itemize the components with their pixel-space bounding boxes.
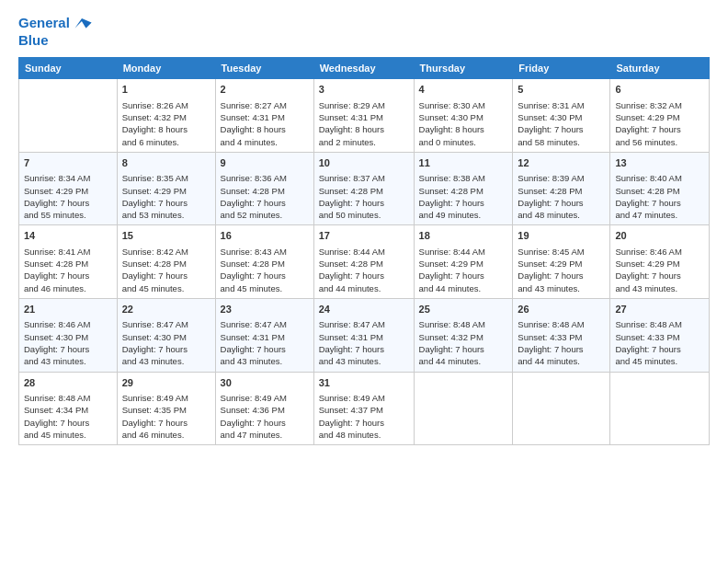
day-info-line: Daylight: 7 hours bbox=[319, 343, 409, 355]
day-info-line: and 44 minutes. bbox=[319, 282, 409, 294]
calendar-cell: 4Sunrise: 8:30 AMSunset: 4:30 PMDaylight… bbox=[414, 79, 513, 153]
day-number: 30 bbox=[221, 376, 309, 390]
day-info-line: and 46 minutes. bbox=[122, 429, 210, 441]
calendar-cell: 25Sunrise: 8:48 AMSunset: 4:32 PMDayligh… bbox=[414, 299, 513, 373]
day-info-line: Sunset: 4:30 PM bbox=[419, 111, 508, 123]
calendar-cell: 11Sunrise: 8:38 AMSunset: 4:28 PMDayligh… bbox=[414, 152, 513, 225]
week-row-5: 28Sunrise: 8:48 AMSunset: 4:34 PMDayligh… bbox=[19, 372, 710, 445]
calendar-cell: 7Sunrise: 8:34 AMSunset: 4:29 PMDaylight… bbox=[19, 152, 118, 225]
calendar-cell: 28Sunrise: 8:48 AMSunset: 4:34 PMDayligh… bbox=[19, 372, 118, 445]
day-number: 21 bbox=[24, 303, 112, 316]
day-info-line: Sunrise: 8:41 AM bbox=[24, 246, 112, 258]
day-number: 2 bbox=[221, 83, 309, 97]
day-info-line: Sunset: 4:30 PM bbox=[122, 331, 210, 343]
day-number: 3 bbox=[319, 83, 409, 97]
day-info-line: Sunrise: 8:39 AM bbox=[518, 172, 605, 184]
day-info-line: Sunrise: 8:40 AM bbox=[615, 172, 704, 184]
column-header-sunday: Sunday bbox=[19, 58, 118, 79]
day-info-line: Sunrise: 8:48 AM bbox=[419, 318, 508, 330]
calendar-table: SundayMondayTuesdayWednesdayThursdayFrid… bbox=[18, 57, 710, 445]
day-number: 15 bbox=[122, 229, 210, 243]
calendar-cell: 27Sunrise: 8:48 AMSunset: 4:33 PMDayligh… bbox=[610, 299, 710, 373]
day-info-line: Sunset: 4:29 PM bbox=[615, 111, 704, 123]
column-header-monday: Monday bbox=[117, 58, 215, 79]
logo-text: General bbox=[18, 15, 92, 32]
calendar-cell: 24Sunrise: 8:47 AMSunset: 4:31 PMDayligh… bbox=[313, 299, 414, 373]
day-info-line: Daylight: 8 hours bbox=[319, 123, 409, 135]
day-info-line: and 45 minutes. bbox=[221, 282, 309, 294]
day-info-line: Sunset: 4:29 PM bbox=[615, 258, 704, 270]
day-number: 17 bbox=[319, 229, 409, 243]
day-number: 7 bbox=[24, 156, 112, 170]
day-info-line: Sunrise: 8:47 AM bbox=[221, 318, 309, 330]
day-info-line: Sunrise: 8:46 AM bbox=[24, 318, 112, 330]
calendar-cell: 16Sunrise: 8:43 AMSunset: 4:28 PMDayligh… bbox=[215, 225, 313, 299]
day-info-line: and 48 minutes. bbox=[319, 429, 409, 441]
day-info-line: and 48 minutes. bbox=[518, 209, 605, 221]
day-info-line: Sunset: 4:29 PM bbox=[419, 258, 508, 270]
day-info-line: and 2 minutes. bbox=[319, 136, 409, 148]
day-info-line: Daylight: 7 hours bbox=[518, 270, 605, 282]
day-info-line: Daylight: 7 hours bbox=[122, 197, 210, 209]
day-number: 26 bbox=[518, 303, 605, 316]
day-info-line: Sunrise: 8:44 AM bbox=[319, 246, 409, 258]
column-header-saturday: Saturday bbox=[610, 58, 710, 79]
day-number: 20 bbox=[615, 229, 704, 243]
day-info-line: Daylight: 7 hours bbox=[615, 123, 704, 135]
day-info-line: Daylight: 7 hours bbox=[24, 343, 112, 355]
calendar-cell: 5Sunrise: 8:31 AMSunset: 4:30 PMDaylight… bbox=[513, 79, 610, 153]
calendar-cell: 15Sunrise: 8:42 AMSunset: 4:28 PMDayligh… bbox=[117, 225, 215, 299]
day-number: 9 bbox=[221, 156, 309, 170]
week-row-4: 21Sunrise: 8:46 AMSunset: 4:30 PMDayligh… bbox=[19, 299, 710, 373]
day-info-line: and 43 minutes. bbox=[24, 355, 112, 367]
day-info-line: Sunset: 4:32 PM bbox=[419, 331, 508, 343]
day-info-line: Sunset: 4:28 PM bbox=[518, 185, 605, 197]
day-info-line: Sunrise: 8:44 AM bbox=[419, 246, 508, 258]
day-info-line: Daylight: 7 hours bbox=[518, 123, 605, 135]
calendar-cell: 13Sunrise: 8:40 AMSunset: 4:28 PMDayligh… bbox=[610, 152, 710, 225]
day-info-line: Sunset: 4:29 PM bbox=[518, 258, 605, 270]
day-info-line: and 52 minutes. bbox=[221, 209, 309, 221]
calendar-cell bbox=[414, 372, 513, 445]
day-info-line: and 43 minutes. bbox=[615, 282, 704, 294]
day-info-line: Daylight: 7 hours bbox=[615, 343, 704, 355]
logo-blue: Blue bbox=[18, 32, 92, 48]
calendar-cell: 21Sunrise: 8:46 AMSunset: 4:30 PMDayligh… bbox=[19, 299, 118, 373]
day-info-line: Sunset: 4:28 PM bbox=[319, 258, 409, 270]
logo-bird-icon bbox=[72, 16, 92, 32]
day-info-line: and 56 minutes. bbox=[615, 136, 704, 148]
day-info-line: Sunrise: 8:34 AM bbox=[24, 172, 112, 184]
day-info-line: Daylight: 7 hours bbox=[518, 343, 605, 355]
day-info-line: Daylight: 7 hours bbox=[221, 270, 309, 282]
day-info-line: Sunset: 4:28 PM bbox=[221, 258, 309, 270]
day-info-line: Sunset: 4:28 PM bbox=[122, 258, 210, 270]
day-info-line: Sunrise: 8:31 AM bbox=[518, 99, 605, 111]
day-info-line: Sunset: 4:28 PM bbox=[615, 185, 704, 197]
day-number: 28 bbox=[24, 376, 112, 390]
calendar-cell: 19Sunrise: 8:45 AMSunset: 4:29 PMDayligh… bbox=[513, 225, 610, 299]
day-info-line: Sunrise: 8:49 AM bbox=[221, 392, 309, 404]
day-info-line: Daylight: 7 hours bbox=[122, 343, 210, 355]
day-info-line: and 50 minutes. bbox=[319, 209, 409, 221]
day-info-line: Daylight: 7 hours bbox=[24, 417, 112, 429]
day-info-line: Sunset: 4:28 PM bbox=[24, 258, 112, 270]
calendar-cell: 20Sunrise: 8:46 AMSunset: 4:29 PMDayligh… bbox=[610, 225, 710, 299]
calendar-cell: 17Sunrise: 8:44 AMSunset: 4:28 PMDayligh… bbox=[313, 225, 414, 299]
day-info-line: Daylight: 7 hours bbox=[122, 417, 210, 429]
day-info-line: Sunset: 4:32 PM bbox=[122, 111, 210, 123]
day-info-line: Sunrise: 8:35 AM bbox=[122, 172, 210, 184]
day-info-line: and 53 minutes. bbox=[122, 209, 210, 221]
day-info-line: Sunset: 4:35 PM bbox=[122, 404, 210, 416]
day-info-line: Sunrise: 8:30 AM bbox=[419, 99, 508, 111]
day-info-line: Daylight: 7 hours bbox=[615, 270, 704, 282]
day-info-line: Sunset: 4:33 PM bbox=[615, 331, 704, 343]
day-number: 4 bbox=[419, 83, 508, 97]
column-header-thursday: Thursday bbox=[414, 58, 513, 79]
day-info-line: Sunrise: 8:36 AM bbox=[221, 172, 309, 184]
day-info-line: Sunset: 4:31 PM bbox=[221, 331, 309, 343]
day-number: 24 bbox=[319, 303, 409, 316]
day-info-line: Sunrise: 8:32 AM bbox=[615, 99, 704, 111]
day-number: 11 bbox=[419, 156, 508, 170]
day-info-line: Sunset: 4:29 PM bbox=[24, 185, 112, 197]
day-number: 16 bbox=[221, 229, 309, 243]
